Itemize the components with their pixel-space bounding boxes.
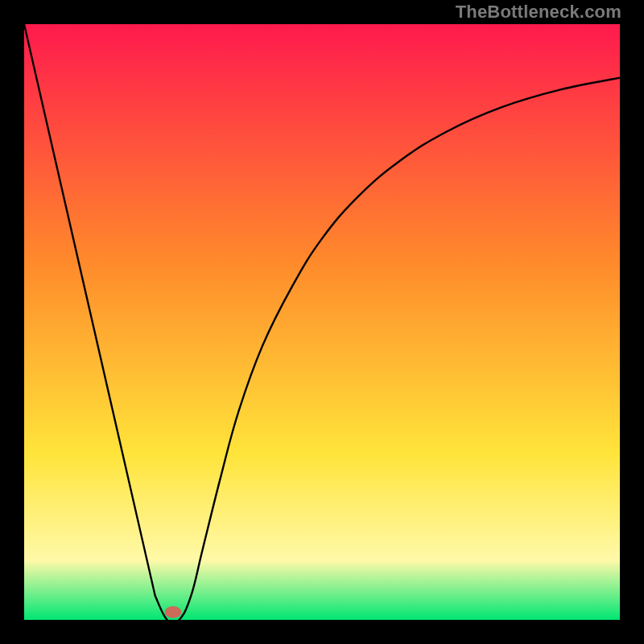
chart-frame: TheBottleneck.com (0, 0, 644, 644)
chart-svg (24, 24, 620, 620)
watermark-text: TheBottleneck.com (456, 2, 621, 23)
gradient-background (24, 24, 620, 620)
marker-dot (165, 606, 182, 618)
plot-area (24, 24, 620, 620)
